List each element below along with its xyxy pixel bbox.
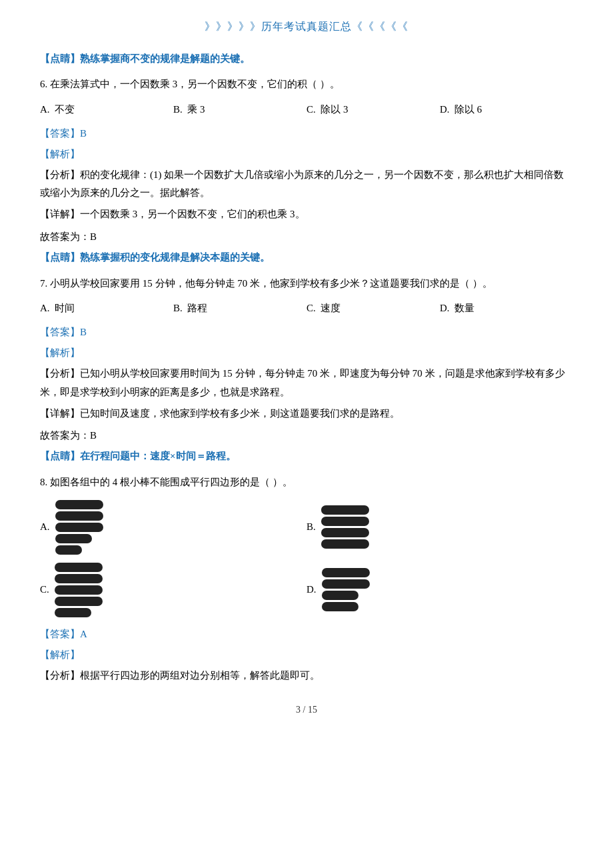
q6-hint: 【点睛】熟练掌握积的变化规律是解决本题的关键。	[40, 249, 573, 267]
q8-figures-top: A. B.	[40, 500, 573, 555]
q7-options: A. 时间 B. 路程 C. 速度 D. 数量	[40, 298, 573, 318]
q8-figure-b-label: B.	[306, 518, 316, 536]
question-7: 7. 小明从学校回家要用 15 分钟，他每分钟走 70 米，他家到学校有多少米？…	[40, 274, 573, 467]
stick-c4	[55, 597, 103, 606]
q6-option-a: A. 不变	[40, 99, 173, 119]
q8-figure-a	[55, 500, 103, 555]
stick-d2	[322, 579, 370, 589]
stick-a2	[55, 511, 103, 521]
q6-hint-label: 【点睛】熟练掌握积的变化规律是解决本题的关键。	[40, 252, 270, 263]
question-8: 8. 如图各组中的 4 根小棒不能围成平行四边形的是（ ）。 A. B.	[40, 473, 573, 685]
page-header: 》》》》》历年考试真题汇总《《《《《	[40, 20, 573, 34]
q8-figure-b-container: B.	[306, 500, 573, 555]
q7-body: 小明从学校回家要用 15 分钟，他每分钟走 70 米，他家到学校有多少米？这道题…	[50, 278, 492, 289]
q7-option-a: A. 时间	[40, 298, 173, 318]
q6-text: 6. 在乘法算式中，一个因数乘 3，另一个因数不变，它们的积（ ）。	[40, 75, 573, 94]
question-6: 6. 在乘法算式中，一个因数乘 3，另一个因数不变，它们的积（ ）。 A. 不变…	[40, 75, 573, 267]
q7-option-d: D. 数量	[440, 298, 573, 318]
q6-number: 6.	[40, 79, 47, 89]
q8-figure-c	[55, 563, 103, 617]
hint-label: 【点睛】熟练掌握商不变的规律是解题的关键。	[40, 53, 250, 64]
q7-detail: 【详解】已知时间及速度，求他家到学校有多少米，则这道题要我们求的是路程。	[40, 405, 573, 423]
q8-figure-a-label: A.	[40, 518, 50, 536]
q8-figure-d-label: D.	[306, 581, 316, 599]
page-footer: 3 / 15	[40, 705, 573, 715]
stick-d1	[322, 568, 370, 577]
stick-c1	[55, 563, 103, 572]
page-number: 3 / 15	[296, 705, 317, 715]
q8-analysis-label: 【解析】	[40, 646, 573, 664]
q8-figures-bottom: C. D.	[40, 563, 573, 617]
q6-body: 在乘法算式中，一个因数乘 3，另一个因数不变，它们的积（ ）。	[50, 79, 340, 89]
q8-figure-b	[321, 505, 369, 549]
q6-analysis-content: 【分析】积的变化规律：(1) 如果一个因数扩大几倍或缩小为原来的几分之一，另一个…	[40, 166, 573, 203]
q8-body: 如图各组中的 4 根小棒不能围成平行四边形的是（ ）。	[50, 477, 293, 487]
stick-b4	[321, 539, 369, 549]
q8-text: 8. 如图各组中的 4 根小棒不能围成平行四边形的是（ ）。	[40, 473, 573, 492]
stick-c2	[55, 574, 103, 583]
stick-a1	[55, 500, 103, 509]
q8-figure-d	[322, 568, 370, 611]
q7-option-b: B. 路程	[173, 298, 306, 318]
stick-b3	[321, 528, 369, 537]
stick-a4	[55, 534, 92, 543]
q8-analysis-content: 【分析】根据平行四边形的两组对边分别相等，解答此题即可。	[40, 667, 573, 685]
q7-hint-label: 【点睛】在行程问题中：速度×时间＝路程。	[40, 451, 236, 461]
q8-figure-c-container: C.	[40, 563, 306, 617]
q7-option-c: C. 速度	[306, 298, 440, 318]
q6-option-d: D. 除以 6	[440, 99, 573, 119]
stick-d4	[322, 602, 358, 611]
stick-d3	[322, 591, 358, 600]
q7-conclusion: 故答案为：B	[40, 427, 573, 445]
stick-b1	[321, 505, 369, 515]
stick-a3	[55, 523, 103, 532]
hint-before-q6: 【点睛】熟练掌握商不变的规律是解题的关键。	[40, 50, 573, 68]
header-title-link[interactable]: 》》》》》历年考试真题汇总《《《《《	[205, 21, 408, 32]
stick-c5	[55, 608, 91, 617]
q7-answer: 【答案】B	[40, 323, 573, 341]
q8-answer: 【答案】A	[40, 625, 573, 643]
q7-analysis-content: 【分析】已知小明从学校回家要用时间为 15 分钟，每分钟走 70 米，即速度为每…	[40, 365, 573, 402]
q6-analysis-label: 【解析】	[40, 145, 573, 163]
q6-answer: 【答案】B	[40, 125, 573, 143]
stick-a5	[55, 545, 82, 555]
q8-figure-c-label: C.	[40, 581, 49, 599]
q6-option-c: C. 除以 3	[306, 99, 440, 119]
q7-number: 7.	[40, 278, 47, 289]
q6-conclusion: 故答案为：B	[40, 228, 573, 246]
stick-b2	[321, 517, 369, 526]
q6-detail: 【详解】一个因数乘 3，另一个因数不变，它们的积也乘 3。	[40, 205, 573, 224]
q6-option-b: B. 乘 3	[173, 99, 306, 119]
q8-figure-a-container: A.	[40, 500, 306, 555]
q7-hint: 【点睛】在行程问题中：速度×时间＝路程。	[40, 447, 573, 466]
q6-options: A. 不变 B. 乘 3 C. 除以 3 D. 除以 6	[40, 99, 573, 119]
stick-c3	[55, 585, 103, 595]
q8-figure-d-container: D.	[306, 563, 573, 617]
q7-text: 7. 小明从学校回家要用 15 分钟，他每分钟走 70 米，他家到学校有多少米？…	[40, 274, 573, 293]
q8-number: 8.	[40, 477, 47, 487]
q7-analysis-label: 【解析】	[40, 344, 573, 362]
